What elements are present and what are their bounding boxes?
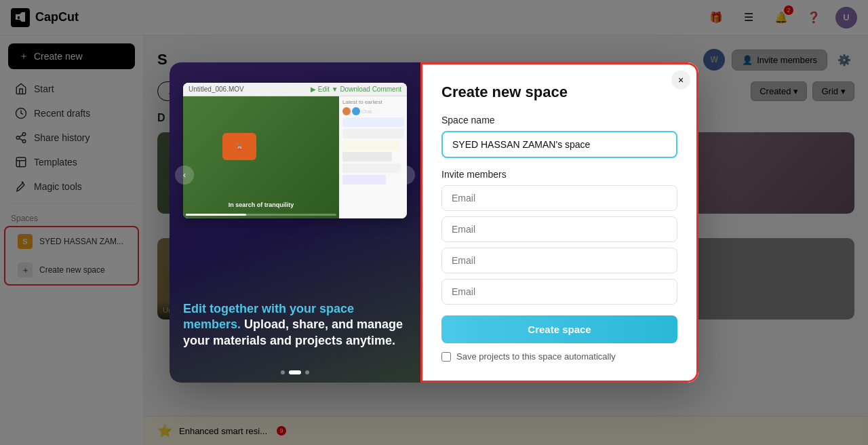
modal-left-text: Edit together with your space members. U… <box>170 288 420 362</box>
dot-1 <box>281 370 285 374</box>
email-input-1[interactable] <box>441 185 677 211</box>
modal-overlay[interactable]: Untitled_006.MOV ▶ Edit ▼ Download Comme… <box>0 0 868 445</box>
dot-2 <box>289 370 301 374</box>
modal-left-title: Edit together with your space members. U… <box>183 301 407 349</box>
auto-save-label: Save projects to this space automaticall… <box>456 351 616 362</box>
email-input-4[interactable] <box>441 279 677 305</box>
modal-close-button[interactable]: × <box>671 71 690 90</box>
modal-form-title: Create new space <box>441 83 677 101</box>
carousel-dots <box>170 362 420 383</box>
auto-save-checkbox[interactable] <box>441 352 451 362</box>
space-name-label: Space name <box>441 115 677 125</box>
mockup-header: Untitled_006.MOV ▶ Edit ▼ Download Comme… <box>183 83 407 96</box>
carousel-prev-button[interactable]: ‹ <box>175 166 194 185</box>
modal-left-panel: Untitled_006.MOV ▶ Edit ▼ Download Comme… <box>170 62 420 383</box>
email-input-3[interactable] <box>441 248 677 273</box>
modal-carousel: Untitled_006.MOV ▶ Edit ▼ Download Comme… <box>170 62 420 288</box>
mockup-sidebar: Latest to earliest Chat... <box>339 96 407 218</box>
invite-members-form-label: Invite members <box>441 169 677 180</box>
mockup-video: 🚡 In search of tranquility <box>183 96 339 218</box>
video-text: In search of tranquility <box>229 201 294 208</box>
mockup-body: 🚡 In search of tranquility Latest to ear… <box>183 96 407 218</box>
modal-container: Untitled_006.MOV ▶ Edit ▼ Download Comme… <box>170 62 698 383</box>
mockup-screenshot: Untitled_006.MOV ▶ Edit ▼ Download Comme… <box>183 83 407 218</box>
dot-3 <box>305 370 309 374</box>
auto-save-row: Save projects to this space automaticall… <box>441 351 677 362</box>
email-input-2[interactable] <box>441 216 677 242</box>
space-name-input[interactable] <box>441 131 677 158</box>
create-space-button[interactable]: Create space <box>441 315 677 343</box>
email-inputs-group <box>441 185 677 305</box>
carousel-next-button[interactable]: › <box>396 166 415 185</box>
modal-right-panel: × Create new space Space name Invite mem… <box>420 62 698 383</box>
